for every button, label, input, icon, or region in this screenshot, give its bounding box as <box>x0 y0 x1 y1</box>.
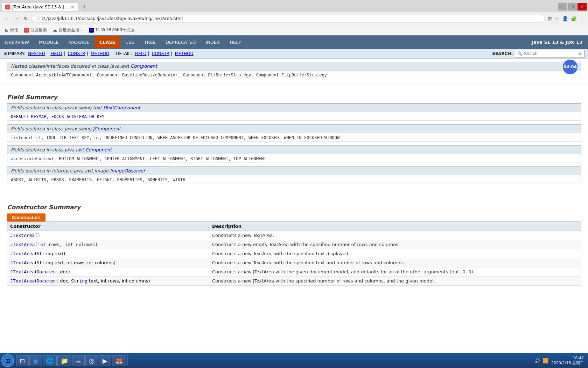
field-default-keymap[interactable]: DEFAULT_KEYMAP <box>11 114 46 119</box>
jtextarea-link-3[interactable]: JTextArea <box>10 251 35 256</box>
string-link-6[interactable]: String <box>71 278 88 284</box>
jtextarea-link-6[interactable]: JTextArea <box>10 278 35 284</box>
nav-overview[interactable]: OVERVIEW <box>0 36 34 48</box>
summary-nav: SUMMARY: NESTED | FIELD | CONSTR | METHO… <box>4 51 492 56</box>
jcomponent-link[interactable]: JComponent <box>93 126 120 131</box>
summary-label: SUMMARY: <box>4 51 27 56</box>
string-link-3[interactable]: String <box>37 251 53 256</box>
imageobserver-link[interactable]: ImageObserver <box>110 168 145 173</box>
nested-classes-title: Nested classes/interfaces declared in cl… <box>11 63 157 69</box>
translate-icon[interactable]: ⊞ <box>547 15 553 22</box>
jtextarea-link-1[interactable]: JTextArea <box>10 233 35 238</box>
jtextarea-link-4[interactable]: JTextArea <box>10 260 35 265</box>
description-cell: Constructs a new TextArea with the speci… <box>209 249 581 258</box>
apps-icon: ⊞ <box>4 28 9 33</box>
bookmark-apps[interactable]: ⊞ 应用 <box>3 26 20 34</box>
jtextarea-link-2[interactable]: JTextArea <box>10 242 35 247</box>
table-row: JTextArea(String text) Constructs a new … <box>7 249 581 258</box>
nav-package[interactable]: PACKAGE <box>64 36 94 48</box>
tab-bar: ☕ JTextArea (Java SE 13 & JDK 1... ✕ ＋ —… <box>0 0 588 12</box>
nav-help[interactable]: HELP <box>225 36 246 48</box>
table-row: JTextArea(int rows, int columns) Constru… <box>7 240 581 249</box>
menu-icon[interactable]: ⋮ <box>579 15 585 22</box>
nav-deprecated[interactable]: DEPRECATED <box>161 36 201 48</box>
new-tab-button[interactable]: ＋ <box>78 2 90 11</box>
description-cell: Constructs a new JTextArea with the give… <box>209 267 581 277</box>
browser-toolbar-icons: ⊞ ☆ 👤 🧩 ⋮ <box>547 15 585 22</box>
time-badge: 04:04 <box>563 60 578 74</box>
document-link-5[interactable]: Document <box>37 269 59 274</box>
constructor-table: Constructor Description JTextArea() Cons… <box>7 222 581 286</box>
field-section-2-list: listenerList, TOOL_TIP_TEXT_KEY, ui, UND… <box>7 134 581 142</box>
search-clear-button[interactable]: ✕ <box>578 51 582 56</box>
browser-tab[interactable]: ☕ JTextArea (Java SE 13 & JDK 1... ✕ <box>1 2 78 11</box>
nested-classes-area: Nested classes/interfaces declared in cl… <box>0 59 588 84</box>
search-input-wrap[interactable]: 🔍 ✕ <box>515 50 584 57</box>
col-constructor: Constructor <box>7 222 209 231</box>
table-row: JTextArea(Document doc, String text, int… <box>7 277 581 286</box>
bookmark-icon[interactable]: ☆ <box>554 15 560 22</box>
baidu-icon: B <box>24 28 29 33</box>
nav-tree[interactable]: TREE <box>139 36 161 48</box>
nav-module[interactable]: MODULE <box>34 36 63 48</box>
bookmark-label: TL-WDR7660千兆版 <box>95 27 135 33</box>
minimize-button[interactable]: — <box>558 3 567 11</box>
constructors-tab-button[interactable]: Constructors <box>7 213 46 222</box>
back-button[interactable]: ← <box>3 15 10 22</box>
forward-button[interactable]: → <box>13 15 20 22</box>
bookmark-label: 应用 <box>10 27 19 33</box>
component-link-2[interactable]: Component <box>85 147 112 152</box>
main-content: Field Summary Fields declared in class j… <box>0 84 588 296</box>
address-bar: ← → ↻ 📄 D:/Java/jdk13.0.1/docs/api/java.… <box>0 12 588 25</box>
url-box[interactable]: 📄 D:/Java/jdk13.0.1/docs/api/java.deskto… <box>31 15 545 22</box>
field-summary-title: Field Summary <box>7 94 581 101</box>
detail-method[interactable]: METHOD <box>175 51 194 56</box>
field-section-1-list: DEFAULT_KEYMAP, FOCUS_ACCELERATOR_KEY <box>7 113 581 121</box>
document-link-6[interactable]: Document <box>37 278 59 284</box>
tab-title: JTextArea (Java SE 13 & JDK 1... <box>12 5 68 9</box>
string-link-4[interactable]: String <box>37 260 53 265</box>
component-link[interactable]: Component <box>131 63 157 69</box>
constructor-cell: JTextArea(String text) <box>7 249 209 258</box>
bookmark-router[interactable]: TL TL-WDR7660千兆版 <box>88 26 136 34</box>
nav-search-row: SUMMARY: NESTED | FIELD | CONSTR | METHO… <box>0 49 588 59</box>
nav-use[interactable]: USE <box>120 36 139 48</box>
nested-classes-list: Component.AccessibleAWTComponent, Compon… <box>7 71 581 79</box>
summary-constr[interactable]: CONSTR <box>68 51 85 56</box>
detail-label: DETAIL: <box>116 51 133 56</box>
page-content[interactable]: Nested classes/interfaces declared in cl… <box>0 59 588 352</box>
router-icon: TL <box>89 28 94 33</box>
detail-constr[interactable]: CONSTR <box>152 51 169 56</box>
search-label: SEARCH: <box>492 51 513 56</box>
profile-icon[interactable]: 👤 <box>561 15 569 22</box>
search-input[interactable] <box>524 51 576 56</box>
constructor-cell: JTextArea(String text, int rows, int col… <box>7 258 209 267</box>
reload-button[interactable]: ↻ <box>22 15 29 22</box>
java-version: Java SE 13 & JDK 13 <box>532 40 588 45</box>
bookmark-baidu[interactable]: B 百度搜索 <box>23 26 48 34</box>
description-cell: Constructs a new TextArea. <box>209 231 581 240</box>
detail-field[interactable]: FIELD <box>135 51 147 56</box>
constructor-cell: JTextArea(int rows, int columns) <box>7 240 209 249</box>
jtextarea-link-5[interactable]: JTextArea <box>10 269 35 274</box>
summary-method[interactable]: METHOD <box>91 51 109 56</box>
constructor-cell: JTextArea(Document doc) <box>7 267 209 277</box>
field-section-3-header: Fields declared in class java.awt.Compon… <box>7 145 581 154</box>
summary-field[interactable]: FIELD <box>50 51 62 56</box>
description-cell: Constructs a new JTextArea with the spec… <box>209 277 581 286</box>
table-row: JTextArea() Constructs a new TextArea. <box>7 231 581 240</box>
maximize-button[interactable]: □ <box>568 3 577 11</box>
nav-index[interactable]: INDEX <box>201 36 225 48</box>
description-cell: Constructs a new TextArea with the speci… <box>209 258 581 267</box>
bookmark-cloud[interactable]: ☁ 百度云盘推... <box>51 26 85 34</box>
constructor-summary-title: Constructor Summary <box>7 204 581 211</box>
jtextcomponent-link[interactable]: JTextComponent <box>103 105 140 110</box>
tab-close-button[interactable]: ✕ <box>70 4 75 10</box>
close-button[interactable]: ✕ <box>578 3 587 11</box>
url-text: D:/Java/jdk13.0.1/docs/api/java.desktop/… <box>42 16 541 21</box>
extension-icon[interactable]: 🧩 <box>570 15 578 22</box>
nav-class[interactable]: CLASS <box>94 36 120 48</box>
nested-classes-header: Nested classes/interfaces declared in cl… <box>7 62 581 70</box>
field-focus-accel[interactable]: FOCUS_ACCELERATOR_KEY <box>51 114 105 119</box>
summary-nested[interactable]: NESTED <box>28 51 45 56</box>
